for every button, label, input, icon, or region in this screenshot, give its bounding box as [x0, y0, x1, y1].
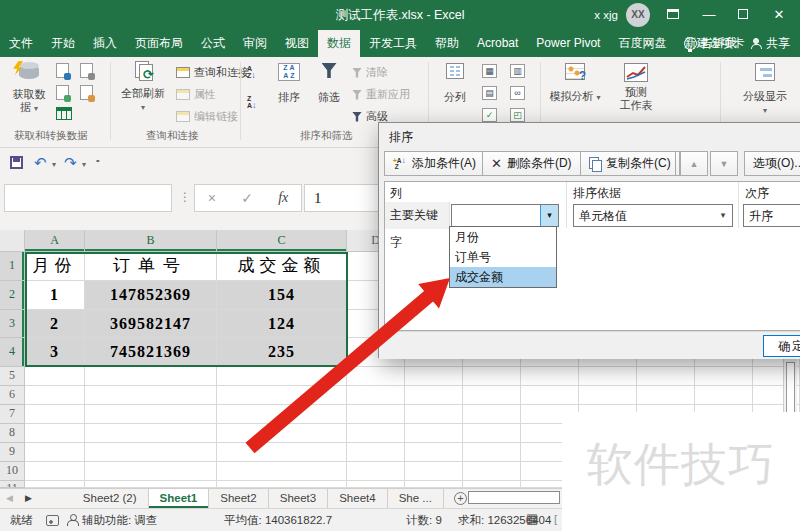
qat-customize-icon[interactable]: ⹀: [96, 154, 100, 167]
sheet-tab[interactable]: Sheet2: [209, 489, 268, 508]
row-header-7[interactable]: 7: [0, 405, 25, 424]
name-box[interactable]: [4, 184, 172, 212]
maximize-button[interactable]: [728, 0, 758, 30]
share-button[interactable]: 共享: [766, 35, 790, 52]
horizontal-scrollbar-thumb[interactable]: [468, 491, 560, 504]
add-level-button[interactable]: +A↓ Z 添加条件(A): [384, 151, 485, 176]
forecast-sheet-button[interactable]: 预测 工作表: [608, 63, 664, 112]
from-table-range-icon[interactable]: [56, 107, 72, 120]
sort-button[interactable]: Z AA Z 排序: [268, 63, 310, 104]
dropdown-option-order-number[interactable]: 订单号: [450, 247, 556, 267]
row-header-2[interactable]: 2: [0, 281, 25, 310]
tab-file[interactable]: 文件: [0, 30, 42, 57]
what-if-analysis-button[interactable]: ? 模拟分析 ▾: [548, 63, 602, 104]
sheet-tab-truncated[interactable]: She ...: [388, 489, 444, 508]
new-sheet-button[interactable]: +: [454, 492, 467, 505]
dropdown-option-month[interactable]: 月份: [450, 227, 556, 247]
from-text-csv-icon[interactable]: [56, 63, 69, 78]
cell-b3[interactable]: 369582147: [85, 310, 217, 338]
redo-button[interactable]: ↷: [64, 154, 77, 172]
page-layout-view-icon[interactable]: [: [554, 513, 557, 525]
ribbon-display-options-button[interactable]: [658, 0, 688, 30]
cell-b2[interactable]: 147852369: [85, 281, 217, 310]
confirm-entry-icon[interactable]: ✓: [241, 190, 253, 206]
avatar[interactable]: XX: [626, 3, 650, 27]
cell-a3[interactable]: 2: [25, 310, 85, 338]
filter-button[interactable]: 筛选: [308, 63, 350, 104]
tab-baidu-netdisk[interactable]: 百度网盘: [609, 30, 675, 57]
row-header-5[interactable]: 5: [0, 367, 25, 386]
row-header-11[interactable]: 11: [0, 481, 25, 488]
sort-by-combobox[interactable]: ▾: [451, 204, 559, 227]
tab-review[interactable]: 审阅: [234, 30, 276, 57]
insert-function-button[interactable]: fx: [278, 190, 288, 206]
cell-c3[interactable]: 124: [217, 310, 347, 338]
cell-c2[interactable]: 154: [217, 281, 347, 310]
row-header-8[interactable]: 8: [0, 424, 25, 443]
account-name[interactable]: x xjg: [594, 0, 618, 30]
cell-a4[interactable]: 3: [25, 338, 85, 367]
select-all-corner[interactable]: [0, 230, 25, 252]
cell-a1[interactable]: 月份: [25, 252, 85, 281]
cancel-entry-icon[interactable]: ×: [208, 190, 216, 206]
tab-data[interactable]: 数据: [318, 30, 360, 57]
sort-ascending-icon[interactable]: AZ↓: [247, 65, 263, 79]
consolidate-icon[interactable]: ▥: [510, 64, 525, 78]
row-header-9[interactable]: 9: [0, 443, 25, 462]
cell-b4[interactable]: 745821369: [85, 338, 217, 367]
redo-chevron-icon[interactable]: ▾: [82, 160, 86, 169]
combo-chevron-icon[interactable]: ▾: [714, 205, 732, 226]
sheet-tab-active[interactable]: Sheet1: [149, 489, 210, 508]
copy-level-button[interactable]: 复制条件(C): [580, 151, 680, 176]
tab-page-layout[interactable]: 页面布局: [126, 30, 192, 57]
get-data-button[interactable]: 获取数 据 ▾: [6, 61, 52, 115]
close-button[interactable]: ✕: [764, 0, 794, 30]
dropdown-option-amount-selected[interactable]: 成交金额: [450, 267, 556, 287]
row-header-1[interactable]: 1: [0, 252, 25, 281]
tab-help[interactable]: 帮助: [426, 30, 468, 57]
tab-formulas[interactable]: 公式: [192, 30, 234, 57]
remove-duplicates-icon[interactable]: ▤: [482, 86, 497, 100]
column-header-b[interactable]: B: [85, 230, 217, 252]
outline-button[interactable]: 分级显示 ▾: [736, 63, 794, 117]
data-validation-icon[interactable]: ✓: [482, 108, 497, 122]
column-header-c[interactable]: C: [217, 230, 347, 252]
text-to-columns-button[interactable]: 分列: [434, 63, 476, 104]
flash-fill-icon[interactable]: ▦: [482, 64, 497, 78]
row-header-4[interactable]: 4: [0, 338, 25, 367]
cell-c4[interactable]: 235: [217, 338, 347, 367]
undo-button[interactable]: ↶: [34, 154, 47, 172]
tab-acrobat[interactable]: Acrobat: [468, 30, 527, 57]
tab-power-pivot[interactable]: Power Pivot: [527, 30, 609, 57]
tab-insert[interactable]: 插入: [84, 30, 126, 57]
options-button[interactable]: 选项(O)...: [744, 151, 800, 176]
order-combobox[interactable]: 升序: [743, 204, 800, 227]
row-header-3[interactable]: 3: [0, 310, 25, 338]
undo-chevron-icon[interactable]: ▾: [52, 160, 56, 169]
recent-sources-icon[interactable]: [80, 63, 93, 78]
sort-on-combobox[interactable]: 单元格值 ▾: [573, 204, 733, 227]
manage-data-model-icon[interactable]: ◰: [510, 108, 525, 122]
minimize-button[interactable]: —: [694, 0, 724, 30]
from-web-icon[interactable]: [56, 85, 69, 100]
combo-chevron-icon[interactable]: ▾: [540, 205, 558, 226]
tell-me-button[interactable]: 告诉我: [701, 35, 737, 52]
tab-view[interactable]: 视图: [276, 30, 318, 57]
cell-b1[interactable]: 订单号: [85, 252, 217, 281]
macro-record-icon[interactable]: [46, 515, 59, 526]
sheet-tab[interactable]: Sheet4: [328, 489, 387, 508]
row-header-6[interactable]: 6: [0, 386, 25, 405]
normal-view-icon[interactable]: ▦: [526, 511, 538, 526]
cell-a2-active[interactable]: 1: [25, 281, 85, 310]
tab-home[interactable]: 开始: [42, 30, 84, 57]
refresh-all-button[interactable]: ⟳ 全部刷新 ▾: [116, 61, 170, 114]
sort-descending-icon[interactable]: ZA↓: [247, 95, 263, 109]
sheet-tab[interactable]: Sheet3: [269, 489, 328, 508]
sheet-nav-right-icon[interactable]: ▶: [19, 489, 38, 508]
ok-button[interactable]: 确定: [763, 335, 800, 357]
relationships-icon[interactable]: ∞: [510, 86, 525, 100]
column-header-a[interactable]: A: [25, 230, 85, 252]
sheet-nav-left-icon[interactable]: ◀: [0, 489, 19, 508]
save-icon[interactable]: [10, 156, 23, 169]
cell-c1[interactable]: 成交金额: [217, 252, 347, 281]
